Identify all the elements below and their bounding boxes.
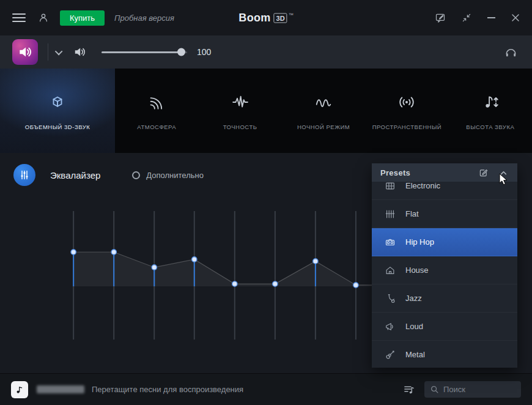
buy-button[interactable]: Купить (60, 10, 105, 26)
logo-text: Boom (238, 12, 270, 24)
app-logo: Boom 3D ™ (238, 12, 293, 24)
ambience-icon (147, 92, 166, 113)
edit-presets-icon[interactable] (478, 168, 489, 178)
volume-slider-handle[interactable] (177, 48, 185, 56)
preset-flat[interactable]: Flat (372, 200, 517, 228)
night-mode-icon (314, 92, 333, 113)
menu-icon[interactable] (12, 13, 26, 22)
electronic-icon (384, 182, 396, 191)
collapse-presets-chevron-icon[interactable] (498, 168, 509, 178)
trial-version-label: Пробная версия (114, 13, 174, 23)
playlist-queue-icon[interactable] (403, 384, 415, 395)
house-icon (384, 265, 396, 276)
equalizer-bands-canvas[interactable] (55, 211, 373, 340)
search-icon (430, 385, 438, 393)
cube-3d-icon (48, 92, 67, 113)
redacted-text (37, 385, 84, 393)
preset-house[interactable]: House (372, 256, 517, 284)
equalizer-icon (13, 164, 35, 186)
jazz-icon (384, 293, 396, 304)
presets-title: Presets (380, 168, 468, 177)
drop-songs-hint: Перетащите песни для воспроизведения (92, 385, 243, 394)
volume-value: 100 (197, 47, 211, 57)
equalizer-title: Эквалайзер (50, 170, 100, 180)
volume-slider-fill (102, 51, 181, 53)
feedback-icon[interactable] (435, 12, 446, 23)
hiphop-icon (384, 237, 396, 248)
output-device-chevron-icon[interactable] (55, 47, 63, 55)
volume-bar: 100 (0, 35, 532, 69)
preset-hip-hop[interactable]: Hip Hop (372, 228, 517, 256)
account-icon[interactable] (38, 12, 49, 23)
preset-jazz[interactable]: Jazz (372, 284, 517, 313)
player-bar: Перетащите песни для воспроизведения (0, 373, 532, 405)
presets-panel: Presets Electronic Flat Hip Hop House Ja… (372, 163, 517, 368)
boom3d-app-icon (12, 39, 38, 65)
headphones-icon[interactable] (504, 46, 517, 59)
flat-icon (384, 209, 396, 220)
preset-electronic[interactable]: Electronic (372, 182, 517, 200)
presets-header: Presets (372, 163, 517, 182)
tab-pitch[interactable]: ВЫСОТА ЗВУКА (449, 69, 532, 153)
logo-3d-badge: 3D (274, 13, 287, 23)
volume-speaker-icon[interactable] (73, 45, 87, 59)
speaker-logo-icon (17, 44, 33, 60)
metal-icon (384, 349, 396, 360)
preset-list: Electronic Flat Hip Hop House Jazz Loud … (372, 182, 517, 368)
tab-ambience[interactable]: АТМОСФЕРА (115, 69, 198, 153)
boom3d-window: Купить Пробная версия Boom 3D ™ (0, 0, 532, 405)
fidelity-icon (231, 92, 249, 113)
tab-fidelity[interactable]: ТОЧНОСТЬ (198, 69, 281, 153)
preset-loud[interactable]: Loud (372, 313, 517, 341)
equalizer-panel: Эквалайзер Дополнительно Presets Electro… (0, 153, 532, 373)
tab-night-mode[interactable]: НОЧНОЙ РЕЖИМ (282, 69, 365, 153)
preset-metal[interactable]: Metal (372, 341, 517, 368)
divider (48, 43, 48, 61)
advanced-radio[interactable] (132, 171, 140, 179)
search-box (424, 381, 521, 398)
search-input[interactable] (443, 385, 515, 394)
minimize-icon[interactable] (487, 17, 495, 18)
trademark-symbol: ™ (289, 12, 294, 18)
spatial-icon (397, 92, 416, 113)
loud-icon (384, 321, 396, 332)
tab-3d-surround[interactable]: ОБЪЕМНЫЙ 3D-ЗВУК (0, 69, 115, 153)
effects-tab-bar: ОБЪЕМНЫЙ 3D-ЗВУК АТМОСФЕРА ТОЧНОСТЬ НОЧН… (0, 69, 532, 153)
advanced-label: Дополнительно (146, 171, 204, 180)
pitch-icon (481, 92, 500, 113)
mini-player-icon[interactable] (462, 13, 471, 23)
music-player-icon (11, 381, 28, 398)
close-icon[interactable] (511, 13, 520, 22)
tab-spatial[interactable]: ПРОСТРАНСТВЕННЫЙ (365, 69, 448, 153)
titlebar: Купить Пробная версия Boom 3D ™ (0, 0, 532, 35)
volume-slider[interactable] (102, 51, 187, 53)
